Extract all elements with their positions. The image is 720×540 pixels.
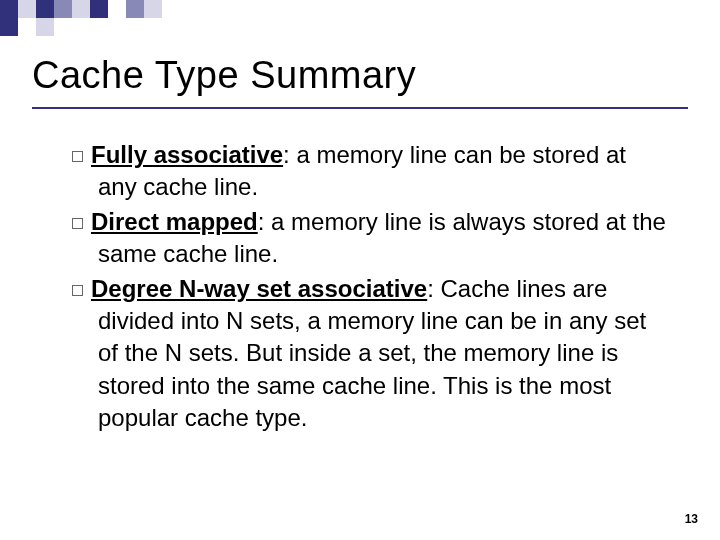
page-title: Cache Type Summary xyxy=(32,54,688,109)
term: Direct mapped xyxy=(91,208,258,235)
bullet-box-icon xyxy=(72,285,83,296)
page-number: 13 xyxy=(685,512,698,526)
list-item: Direct mapped: a memory line is always s… xyxy=(72,206,668,271)
bullet-box-icon xyxy=(72,218,83,229)
slide-container: Cache Type Summary Fully associative: a … xyxy=(0,0,720,540)
content-area: Fully associative: a memory line can be … xyxy=(32,139,688,435)
bullet-box-icon xyxy=(72,151,83,162)
list-item: Degree N-way set associative: Cache line… xyxy=(72,273,668,435)
list-item: Fully associative: a memory line can be … xyxy=(72,139,668,204)
term: Degree N-way set associative xyxy=(91,275,427,302)
term: Fully associative xyxy=(91,141,283,168)
